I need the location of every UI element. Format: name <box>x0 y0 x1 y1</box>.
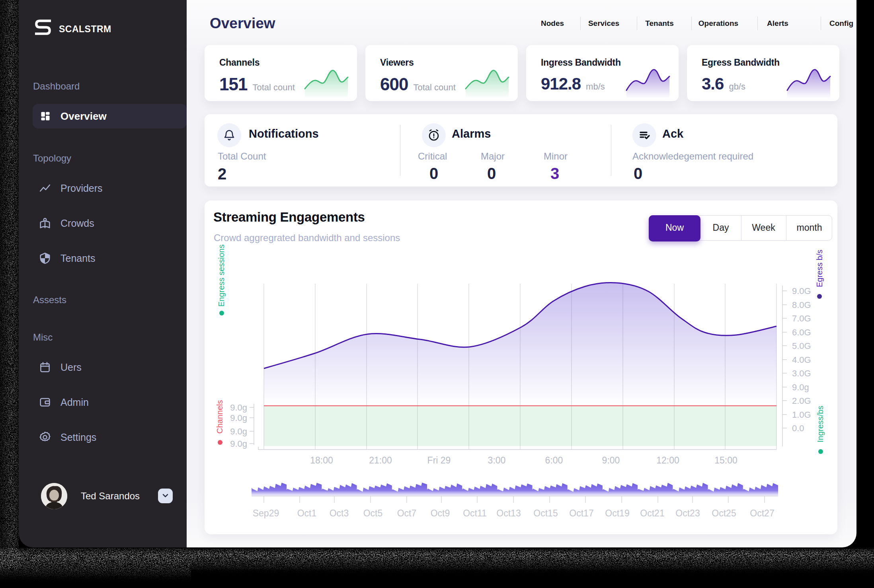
svg-text:Fri 29: Fri 29 <box>427 455 451 465</box>
svg-text:Engress sessions: Engress sessions <box>217 244 226 307</box>
svg-text:Oct3: Oct3 <box>330 508 349 518</box>
svg-text:2.0G: 2.0G <box>792 396 811 406</box>
svg-text:5.0G: 5.0G <box>792 341 811 351</box>
svg-text:Oct1: Oct1 <box>297 508 317 518</box>
svg-text:Oct17: Oct17 <box>569 508 593 518</box>
svg-text:Channels: Channels <box>215 400 224 434</box>
svg-text:7.0G: 7.0G <box>792 313 811 323</box>
svg-text:1.0G: 1.0G <box>792 410 811 420</box>
svg-text:8.0G: 8.0G <box>792 300 811 310</box>
svg-text:Oct21: Oct21 <box>640 508 664 518</box>
svg-text:3:00: 3:00 <box>488 455 506 465</box>
svg-text:Oct19: Oct19 <box>605 508 629 518</box>
svg-text:Oct5: Oct5 <box>363 508 383 518</box>
svg-text:6.0G: 6.0G <box>792 327 811 337</box>
svg-text:12:00: 12:00 <box>656 455 679 465</box>
svg-text:0.0: 0.0 <box>792 423 804 433</box>
svg-text:Sep29: Sep29 <box>253 508 279 518</box>
svg-text:15:00: 15:00 <box>714 455 737 465</box>
svg-text:6:00: 6:00 <box>545 455 563 465</box>
svg-text:9.0G: 9.0G <box>792 286 811 296</box>
svg-text:9.0g: 9.0g <box>230 426 247 436</box>
svg-text:Oct7: Oct7 <box>397 508 417 518</box>
svg-text:21:00: 21:00 <box>369 455 392 465</box>
svg-text:18:00: 18:00 <box>310 455 333 465</box>
svg-text:Oct9: Oct9 <box>431 508 450 518</box>
svg-text:Ingress/bs: Ingress/bs <box>816 406 825 442</box>
svg-text:Oct15: Oct15 <box>533 508 558 518</box>
svg-text:3.0G: 3.0G <box>792 368 811 378</box>
svg-text:9:00: 9:00 <box>602 455 620 465</box>
svg-text:Oct25: Oct25 <box>712 508 736 518</box>
svg-text:Oct11: Oct11 <box>463 508 487 518</box>
svg-text:9.0g: 9.0g <box>230 439 247 449</box>
svg-text:4.0G: 4.0G <box>792 355 811 365</box>
svg-text:9.0g: 9.0g <box>230 413 247 423</box>
svg-text:Oct27: Oct27 <box>750 508 774 518</box>
svg-text:Egress b/s: Egress b/s <box>815 250 824 287</box>
svg-text:Oct23: Oct23 <box>675 508 700 518</box>
svg-text:Oct13: Oct13 <box>496 508 521 518</box>
svg-text:9.0g: 9.0g <box>792 382 809 392</box>
svg-text:9.0g: 9.0g <box>230 403 247 413</box>
